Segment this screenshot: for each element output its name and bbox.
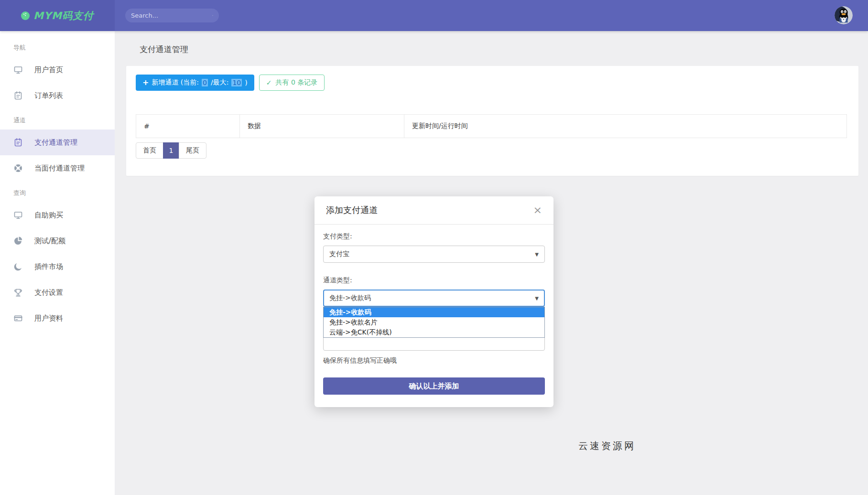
chevron-down-icon: ▼ (535, 296, 539, 301)
sidebar-item-label: 插件市场 (34, 262, 63, 271)
sidebar-item-payment-settings[interactable]: 支付设置 (0, 280, 115, 305)
sidebar-item-self-buy[interactable]: 自助购买 (0, 202, 115, 228)
sidebar-item-order-list[interactable]: 订单列表 (0, 83, 115, 108)
search-bar[interactable] (125, 9, 219, 22)
pay-type-value: 支付宝 (329, 250, 349, 258)
add-channel-button[interactable]: + 新增通道 (当前: 0 /最大: 10 ) (136, 75, 254, 91)
moon-icon (13, 262, 23, 271)
max-count: 10 (231, 79, 242, 86)
plus-icon: + (142, 79, 149, 86)
record-count-button[interactable]: ✓ 共有 0 条记录 (259, 75, 325, 91)
sidebar-item-user-profile[interactable]: 用户资料 (0, 305, 115, 331)
clipboard-icon (13, 138, 23, 147)
sidebar-nav: 导航 用户首页 订单列表 通道 支付通道管理 当面付通道管理 查询 (0, 31, 115, 495)
sidebar-item-label: 当面付通道管理 (34, 164, 85, 173)
channel-type-select[interactable]: 免挂->收款码 ▼ (323, 290, 545, 307)
qq-penguin-icon (835, 6, 853, 24)
sidebar-section-nav: 导航 (0, 39, 115, 57)
modal-header: 添加支付通道 × (315, 196, 553, 225)
user-avatar[interactable] (835, 6, 853, 24)
life-ring-icon (13, 163, 23, 173)
sidebar-item-plugin-market[interactable]: 插件市场 (0, 254, 115, 280)
clipboard-icon (13, 91, 23, 100)
watermark-text: 云速资源网 (578, 440, 636, 452)
add-channel-mid: /最大: (211, 78, 228, 87)
record-count-label: 共有 0 条记录 (275, 78, 317, 87)
chevron-down-icon: ▼ (535, 252, 539, 257)
sidebar-section-channel: 通道 (0, 111, 115, 129)
modal-body: 支付类型: 支付宝 ▼ 通道类型: 免挂->收款码 ▼ 免挂->收款码 免挂->… (315, 232, 553, 395)
monitor-icon (13, 65, 23, 75)
pagination-first[interactable]: 首页 (136, 142, 163, 159)
sidebar-section-query: 查询 (0, 184, 115, 202)
add-channel-modal: 添加支付通道 × 支付类型: 支付宝 ▼ 通道类型: 免挂->收款码 ▼ 免挂-… (315, 196, 553, 407)
sidebar-item-f2f-channel[interactable]: 当面付通道管理 (0, 155, 115, 181)
credit-card-icon (13, 313, 23, 323)
bowling-ball-icon (21, 11, 30, 20)
add-channel-prefix: 新增通道 (当前: (152, 78, 199, 87)
pagination-last[interactable]: 尾页 (179, 142, 206, 159)
add-channel-suffix: ) (245, 79, 247, 86)
extra-input[interactable] (323, 336, 545, 351)
confirm-add-button[interactable]: 确认以上并添加 (323, 377, 545, 395)
dropdown-option-cloud[interactable]: 云端->免CK(不掉线) (324, 327, 544, 337)
sidebar-item-user-home[interactable]: 用户首页 (0, 57, 115, 83)
sidebar-item-label: 支付设置 (34, 288, 63, 297)
monitor-icon (13, 210, 23, 220)
table-header-time: 更新时间/运行时间 (404, 115, 847, 138)
sidebar-item-payment-channel[interactable]: 支付通道管理 (0, 129, 115, 155)
table-header-index: # (136, 115, 240, 138)
check-icon: ✓ (266, 79, 272, 86)
channel-type-label: 通道类型: (323, 276, 545, 286)
page-title: 支付通道管理 (140, 44, 188, 55)
top-header: MYM码支付 (0, 0, 868, 31)
table-header-row: # 数据 更新时间/运行时间 (136, 115, 847, 138)
sidebar-item-label: 用户资料 (34, 314, 63, 323)
channel-type-value: 免挂->收款码 (329, 294, 371, 302)
sidebar-item-label: 自助购买 (34, 211, 63, 220)
channel-type-dropdown: 免挂->收款码 免挂->收款名片 云端->免CK(不掉线) (323, 307, 545, 338)
sidebar-item-label: 测试/配额 (34, 237, 65, 246)
sidebar-item-test-quota[interactable]: 测试/配额 (0, 228, 115, 254)
channel-card: + 新增通道 (当前: 0 /最大: 10 ) ✓ 共有 0 条记录 # 数据 … (126, 66, 858, 176)
trophy-icon (13, 288, 23, 297)
modal-note: 确保所有信息填写正确哦 (323, 356, 545, 366)
table-header-data: 数据 (240, 115, 404, 138)
pagination: 首页 1 尾页 (136, 142, 206, 159)
modal-title: 添加支付通道 (326, 204, 378, 216)
channel-table: # 数据 更新时间/运行时间 (136, 114, 847, 138)
sidebar-item-label: 支付通道管理 (34, 138, 77, 147)
dropdown-option-card[interactable]: 免挂->收款名片 (324, 317, 544, 327)
search-icon[interactable] (212, 11, 213, 20)
pie-chart-icon (13, 236, 23, 246)
pagination-current[interactable]: 1 (163, 142, 179, 159)
sidebar-item-label: 用户首页 (34, 65, 63, 75)
close-icon[interactable]: × (533, 205, 542, 215)
sidebar-item-label: 订单列表 (34, 91, 63, 100)
dropdown-option-qrcode[interactable]: 免挂->收款码 (324, 307, 544, 317)
pay-type-label: 支付类型: (323, 232, 545, 242)
brand-logo: MYM码支付 (0, 0, 115, 31)
search-input[interactable] (131, 12, 212, 19)
app-title: MYM码支付 (33, 9, 94, 22)
pay-type-select[interactable]: 支付宝 ▼ (323, 246, 545, 263)
current-count: 0 (202, 79, 208, 86)
